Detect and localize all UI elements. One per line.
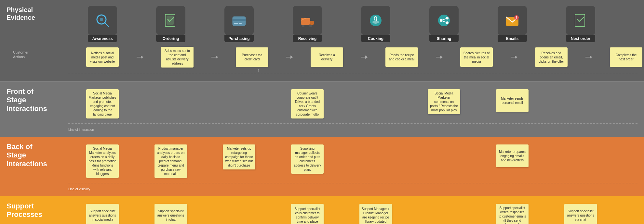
support-note-7: Support specialist writes responses to c… — [496, 204, 529, 224]
purchasing-icon-box — [224, 6, 254, 35]
customer-actions-section-label: CustomerActions — [13, 50, 29, 59]
stage-purchasing: Purchasing — [205, 6, 273, 42]
up-arrow-icon: ↑ — [257, 68, 260, 73]
svg-point-11 — [302, 25, 304, 27]
ca-note-4: Receives a delivery — [311, 47, 343, 67]
svg-rect-8 — [239, 23, 242, 24]
front-notes-row: Social Media Marketer publishes and prom… — [68, 88, 637, 118]
sharing-icon-box — [429, 6, 459, 35]
front-note-slot-1: Social Media Marketer publishes and prom… — [68, 88, 137, 118]
support-note-8: Support specialist answers questions via… — [564, 204, 597, 224]
support-note-slot-5: Support Manager + Product Manager are ke… — [342, 203, 410, 224]
awareness-label: Awareness — [88, 35, 117, 42]
back-note-2: Product manager analyses orders on daily… — [154, 144, 187, 178]
stage-nextorder: Next order — [546, 6, 615, 42]
support-note-1: Support specialist answers questions in … — [86, 204, 119, 224]
stage-cooking: Cooking — [342, 6, 410, 42]
svg-point-14 — [372, 20, 379, 24]
ordering-label: Ordering — [156, 35, 185, 42]
support-note-slot-1: Support specialist answers questions in … — [68, 203, 137, 224]
arrow-3 — [286, 57, 293, 57]
stage-sharing: Sharing — [410, 6, 478, 42]
arrow-1 — [137, 57, 143, 57]
stage-awareness: Awareness — [68, 6, 137, 42]
back-note-slot-4: Supplying manager collects an order and … — [273, 143, 342, 174]
receiving-label: Receiving — [293, 35, 322, 42]
purchasing-label: Purchasing — [224, 35, 254, 42]
front-note-slot-4: Courier wears corporate outfit Drives a … — [273, 88, 342, 118]
customer-actions-row: Notices a social media post and visits o… — [68, 47, 637, 68]
back-note-slot-1: Social Media Marketer analyses orders on… — [68, 143, 137, 178]
stage-ordering: Ordering — [137, 6, 205, 42]
support-note-slot-6 — [410, 203, 478, 204]
ca-note-6: Shares pictures of the meal in social me… — [460, 47, 493, 67]
back-note-slot-8 — [546, 143, 615, 144]
emails-label: Emails — [498, 35, 527, 42]
back-note-3: Marketer sets up retargeting campaign fo… — [223, 144, 255, 169]
ca-note-8: Completes the next order — [610, 47, 642, 67]
section-back: Back ofStage Interactions Social Media M… — [0, 137, 644, 196]
nextorder-icon-box — [566, 6, 595, 35]
ca-note-7: Receives and opens an email, clicks on t… — [535, 47, 568, 67]
cooking-label: Cooking — [361, 35, 390, 42]
svg-rect-6 — [233, 19, 246, 21]
support-note-slot-8: Support specialist answers questions via… — [546, 203, 615, 224]
interaction-dashed-line — [68, 74, 637, 74]
svg-rect-10 — [310, 21, 314, 25]
back-notes-row: Social Media Marketer analyses orders on… — [68, 143, 637, 178]
front-note-1: Social Media Marketer publishes and prom… — [86, 89, 119, 118]
ca-note-2: Adds menu set to the cart and adjusts de… — [161, 47, 194, 68]
front-note-slot-6: Social Media Marketer comments on posts … — [410, 88, 478, 114]
line-of-visibility-label: Line of visibility — [68, 187, 90, 191]
sharing-label: Sharing — [429, 35, 459, 42]
arrow-7 — [585, 57, 592, 57]
support-notes-row: Support specialist answers questions in … — [68, 203, 637, 224]
nextorder-label: Next order — [566, 35, 595, 42]
support-label: SupportProcesses — [7, 202, 59, 219]
back-note-slot-6 — [410, 143, 478, 144]
support-note-slot-2: Support specialist answers questions in … — [137, 203, 205, 224]
support-note-5: Support Manager + Product Manager are ke… — [359, 204, 392, 224]
svg-rect-7 — [234, 23, 238, 24]
back-note-4: Supplying manager collects an order and … — [291, 144, 324, 174]
section-support: SupportProcesses Support specialist answ… — [0, 196, 644, 224]
section-physical: PhysicalEvidence Awareness — [0, 0, 644, 81]
cooking-icon-box — [361, 6, 390, 35]
page-container: PhysicalEvidence Awareness — [0, 0, 644, 224]
ca-note-3: Purchases via credit card — [236, 47, 268, 67]
ca-note-5: Reads the recipe and cooks a meal — [385, 47, 418, 67]
back-note-1: Social Media Marketer analyses orders on… — [86, 144, 119, 178]
support-note-slot-4: Support specialist calls customer to con… — [273, 203, 342, 224]
back-note-slot-7: Marketer prepares engaging emails and ne… — [478, 143, 546, 167]
ordering-icon-box — [156, 6, 185, 35]
front-note-slot-8 — [546, 88, 615, 89]
arrow-4 — [361, 57, 368, 57]
support-note-2: Support specialist answers questions in … — [154, 204, 187, 224]
back-note-7: Marketer prepares engaging emails and ne… — [496, 144, 529, 167]
front-note-slot-2 — [137, 88, 205, 89]
ca-note-1: Notices a social media post and visits o… — [86, 47, 119, 67]
front-note-slot-7: Marketer sends personal email — [478, 88, 546, 112]
svg-rect-9 — [301, 18, 310, 25]
stage-receiving: Receiving — [273, 6, 342, 42]
stages-row: Awareness Ordering — [68, 6, 637, 42]
emails-icon-box: ! — [498, 6, 527, 35]
awareness-icon-box — [88, 6, 117, 35]
front-stage-label: Front ofStage Interactions — [7, 87, 59, 113]
back-note-slot-2: Product manager analyses orders on daily… — [137, 143, 205, 178]
front-note-4: Courier wears corporate outfit Drives a … — [291, 89, 324, 118]
arrow-5 — [436, 57, 442, 57]
support-note-slot-7: Support specialist writes responses to c… — [478, 203, 546, 224]
line-of-interaction-label: Line of interaction — [68, 128, 94, 131]
stage-emails: ! Emails — [478, 6, 546, 42]
back-note-slot-3: Marketer sets up retargeting campaign fo… — [205, 143, 273, 169]
receiving-icon-box — [293, 6, 322, 35]
back-dashed-line — [68, 183, 637, 183]
front-note-6: Social Media Marketer comments on posts … — [428, 89, 460, 114]
arrow-2 — [211, 57, 218, 57]
section-front: Front ofStage Interactions Social Media … — [0, 81, 644, 137]
front-note-7: Marketer sends personal email — [496, 89, 529, 112]
arrow-6 — [511, 57, 517, 57]
back-note-slot-5 — [342, 143, 410, 144]
visibility-dashed-line — [68, 123, 637, 124]
